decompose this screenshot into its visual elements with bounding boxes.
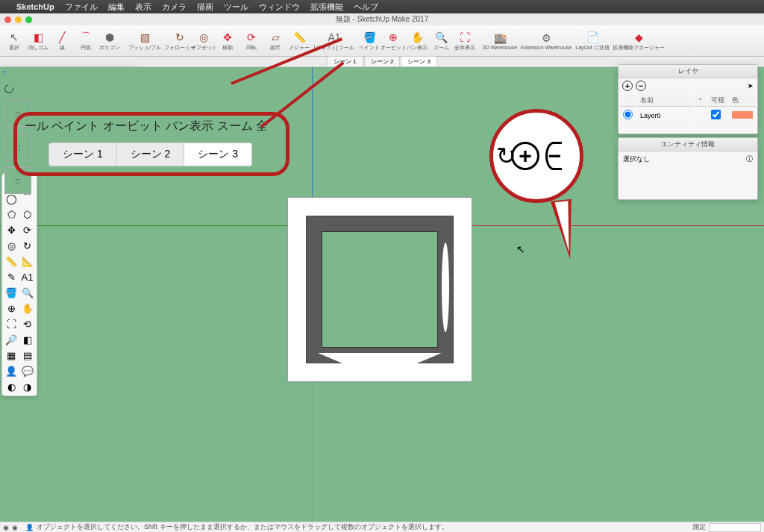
status-icon-1[interactable]: ◉: [3, 524, 9, 531]
menu-tools[interactable]: ツール: [224, 1, 248, 13]
arc-label: 円弧: [81, 44, 91, 51]
tb-3dw[interactable]: 🏬3D Warehouse: [478, 31, 522, 50]
3dw-label: 3D Warehouse: [483, 45, 517, 50]
tb-line[interactable]: ╱線: [51, 31, 73, 51]
menu-view[interactable]: 表示: [135, 1, 151, 13]
palette-tool-26[interactable]: ◐: [4, 379, 19, 394]
tb-arc[interactable]: ⌒円弧: [75, 31, 97, 51]
palette-tool-5[interactable]: ⬡: [20, 207, 35, 222]
scene-tab-3[interactable]: シーン 3: [401, 56, 437, 67]
menu-edit[interactable]: 編集: [108, 1, 125, 13]
tb-zoom-extents[interactable]: ⛶全体表示: [454, 31, 476, 51]
tb-offset[interactable]: ◎オフセット: [192, 31, 215, 51]
palette-tool-7[interactable]: ⟳: [20, 222, 35, 237]
palette-tool-11[interactable]: 📐: [20, 254, 35, 269]
layers-panel[interactable]: レイヤ + − ➤ 名前 ⌃ 可視 色 Layer0: [618, 64, 758, 134]
menu-window[interactable]: ウィンドウ: [259, 1, 300, 13]
status-icon-2[interactable]: ◉: [12, 524, 18, 531]
offset-label: オフセット: [191, 44, 217, 51]
scene-tab-1[interactable]: シーン 1: [327, 56, 363, 67]
layer-name[interactable]: Layer0: [637, 108, 693, 123]
palette-tool-25[interactable]: 💬: [20, 363, 35, 378]
palette-tool-16[interactable]: ⊕: [4, 301, 19, 316]
measurement-input[interactable]: [709, 523, 761, 532]
tb-rotate[interactable]: ⟳回転: [240, 31, 263, 51]
layer-color-swatch[interactable]: [732, 111, 753, 119]
palette-tool-10[interactable]: 📏: [4, 254, 19, 269]
ext-mgr-icon: ◆: [632, 31, 645, 44]
zoom-extents-label: 全体表示: [454, 44, 475, 51]
palette-tool-22[interactable]: ▦: [4, 348, 19, 363]
zoom-extents-icon: ⛶: [458, 31, 472, 44]
eraser-icon: ◧: [31, 31, 45, 44]
tb-scale[interactable]: ▱縮尺: [264, 31, 286, 51]
palette-tool-23[interactable]: ▤: [20, 348, 35, 363]
tb-eraser[interactable]: ◧消しゴム: [27, 31, 49, 51]
tb-select[interactable]: ↖選択: [3, 31, 25, 51]
col-visible[interactable]: 可視: [708, 95, 727, 107]
menu-help[interactable]: ヘルプ: [354, 1, 378, 13]
palette-tool-6[interactable]: ✥: [4, 222, 19, 237]
close-button[interactable]: [4, 16, 11, 23]
layer-menu-icon[interactable]: ➤: [748, 82, 754, 90]
tb-shape[interactable]: ⬢ポリゴン: [98, 31, 121, 51]
palette-tool-20[interactable]: 🔎: [4, 332, 19, 347]
palette-tool-17[interactable]: ✋: [20, 301, 35, 316]
tb-ext-mgr[interactable]: ◆拡張機能マネージャー: [616, 31, 661, 51]
menu-camera[interactable]: カメラ: [162, 1, 187, 13]
select-label: 選択: [9, 44, 19, 51]
palette-tool-18[interactable]: ⛶: [4, 316, 19, 331]
col-color[interactable]: 色: [729, 95, 756, 107]
scene-tab-2[interactable]: シーン 2: [364, 56, 401, 67]
callout-plus-minus: ↻ + −: [489, 109, 583, 203]
palette-tool-12[interactable]: ✎: [4, 269, 19, 284]
axis-y: [0, 225, 312, 226]
menu-file[interactable]: ファイル: [65, 1, 98, 13]
callout1-tab-3[interactable]: シーン 3: [184, 143, 251, 166]
layer-remove-button[interactable]: −: [636, 81, 646, 91]
entity-panel-title: エンティティ情報: [619, 138, 757, 151]
layer-visible-checkbox[interactable]: [711, 110, 721, 119]
menu-draw[interactable]: 描画: [197, 1, 213, 13]
tb-tape[interactable]: 📏メジャー: [288, 31, 310, 51]
palette-tool-13[interactable]: A1: [20, 269, 35, 284]
shape-icon: ⬢: [103, 31, 116, 44]
tb-zoom[interactable]: 🔍ズーム: [430, 31, 452, 51]
zoom-button[interactable]: [25, 16, 32, 23]
tb-ew[interactable]: ⚙Extension Warehouse: [524, 31, 569, 50]
line-label: 線: [60, 44, 65, 51]
tb-pushpull[interactable]: ▧プッシュ/プル: [122, 31, 167, 51]
callout1-tab-1[interactable]: シーン 1: [49, 143, 117, 166]
ew-icon: ⚙: [539, 31, 553, 45]
tb-orbit[interactable]: ⊕オービット: [382, 31, 404, 51]
app-name[interactable]: SketchUp: [16, 2, 54, 11]
tb-paint[interactable]: 🪣ペイント: [358, 31, 381, 51]
palette-tool-27[interactable]: ◑: [20, 379, 35, 394]
tb-layout[interactable]: 📄LayOut に送信: [570, 31, 615, 51]
col-name[interactable]: 名前: [637, 95, 693, 107]
palette-tool-9[interactable]: ↻: [20, 238, 35, 253]
palette-tool-24[interactable]: 👤: [4, 363, 19, 378]
palette-tool-8[interactable]: ◎: [4, 238, 19, 253]
entity-info-panel[interactable]: エンティティ情報 選択なし ⓘ: [618, 137, 758, 200]
tb-follow[interactable]: ↻フォローミー: [169, 31, 191, 51]
layer-row[interactable]: Layer0: [620, 108, 756, 123]
callout1-tab-2[interactable]: シーン 2: [117, 143, 185, 166]
palette-tool-21[interactable]: ◧: [20, 332, 35, 347]
palette-tool-4[interactable]: ⬠: [4, 207, 19, 222]
entity-info-icon[interactable]: ⓘ: [746, 154, 753, 164]
palette-tool-19[interactable]: ⟲: [20, 316, 35, 331]
layer-add-button[interactable]: +: [622, 81, 633, 91]
minimize-button[interactable]: [15, 16, 22, 23]
tb-pan[interactable]: ✋パン表示: [406, 31, 428, 51]
model-object[interactable]: [287, 197, 472, 382]
palette-tool-14[interactable]: 🪣: [4, 285, 19, 300]
status-icon-3[interactable]: 👤: [25, 524, 34, 531]
menu-extensions[interactable]: 拡張機能: [310, 1, 343, 13]
layer-active-radio[interactable]: [623, 110, 633, 119]
traffic-lights[interactable]: [4, 16, 32, 23]
window-title: 無題 - SketchUp Make 2017: [336, 14, 429, 25]
layout-icon: 📄: [586, 31, 599, 44]
tb-move[interactable]: ✥移動: [216, 31, 239, 51]
palette-tool-15[interactable]: 🔍: [20, 285, 35, 300]
